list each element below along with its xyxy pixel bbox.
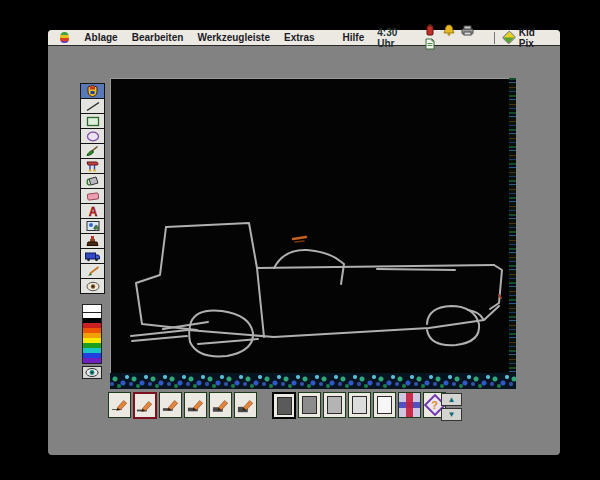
battery-icon[interactable] <box>423 24 436 36</box>
stamp-picture-tool[interactable] <box>80 218 105 234</box>
menu-bar: AblageBearbeitenWerkzeugleisteExtrasHilf… <box>48 30 560 46</box>
shade-button-0[interactable] <box>272 392 296 419</box>
color-pencil-tool[interactable] <box>80 263 105 279</box>
status-icons <box>420 24 490 52</box>
shade-swatch <box>377 396 392 414</box>
wacky-pencil-tool[interactable] <box>80 83 105 99</box>
electric-mixer-tool[interactable] <box>80 158 105 174</box>
shade-swatch <box>352 396 367 414</box>
pencil-icon <box>111 395 129 415</box>
shade-button-1[interactable] <box>298 392 321 418</box>
line-tool[interactable] <box>80 98 105 114</box>
shade-button-4[interactable] <box>373 392 396 418</box>
text-tool[interactable]: A <box>80 203 105 219</box>
menu-item-bearbeiten[interactable]: Bearbeiten <box>125 32 191 43</box>
bell-icon[interactable] <box>442 24 455 36</box>
color-swatches <box>82 313 102 364</box>
pencil-icon <box>212 395 230 415</box>
question-mark: ? <box>431 400 438 411</box>
color-picker-icon <box>85 368 99 377</box>
plaid-pattern-button[interactable] <box>398 392 421 418</box>
current-color-swatch <box>82 304 102 313</box>
shade-swatch <box>277 397 292 415</box>
apple-logo-icon[interactable] <box>60 32 69 43</box>
canvas-border-pattern-bottom <box>110 373 516 389</box>
desktop: AblageBearbeitenWerkzeugleisteExtrasHilf… <box>48 30 560 455</box>
option-scrollers: ▲ ▼ <box>441 393 462 423</box>
up-arrow-icon: ▲ <box>448 396 456 404</box>
pencil-size-button-2[interactable] <box>133 392 157 419</box>
rectangle-tool[interactable] <box>80 113 105 129</box>
options-bar: ? <box>108 392 448 420</box>
menu-bar-right: 4:30 Uhr Kid Pix <box>371 24 560 52</box>
pencil-size-button-3[interactable] <box>159 392 182 418</box>
shade-button-3[interactable] <box>348 392 371 418</box>
undo-guy-tool[interactable] <box>80 278 105 294</box>
menu-items: AblageBearbeitenWerkzeugleisteExtrasHilf… <box>77 32 371 43</box>
pencil-size-button-1[interactable] <box>108 392 131 418</box>
pencil-size-button-4[interactable] <box>184 392 207 418</box>
rubber-stamp-tool[interactable] <box>80 233 105 249</box>
menu-item-werkzeugleiste[interactable]: Werkzeugleiste <box>190 32 277 43</box>
pencil-size-button-5[interactable] <box>209 392 232 418</box>
shade-button-2[interactable] <box>323 392 346 418</box>
menu-clock: 4:30 Uhr <box>371 27 420 49</box>
color-picker-button[interactable] <box>82 366 102 379</box>
wacky-brush-tool[interactable] <box>80 143 105 159</box>
menu-item-hilfe[interactable]: Hilfe <box>336 32 372 43</box>
shade-swatch <box>327 396 342 414</box>
moving-van-tool[interactable] <box>80 248 105 264</box>
printer-icon[interactable] <box>461 24 474 36</box>
tool-palette: A <box>80 84 105 294</box>
shade-swatch <box>302 396 317 414</box>
menu-separator <box>494 32 495 44</box>
color-palette <box>82 304 102 379</box>
pencil-icon <box>187 395 205 415</box>
menu-item-extras[interactable]: Extras <box>277 32 322 43</box>
kid-pix-app-icon <box>502 30 516 44</box>
oval-tool[interactable] <box>80 128 105 144</box>
paint-can-tool[interactable] <box>80 173 105 189</box>
truck-drawing <box>111 79 509 373</box>
scroll-down-button[interactable]: ▼ <box>441 408 462 421</box>
color-swatch-9[interactable] <box>82 358 102 364</box>
menu-item-ablage[interactable]: Ablage <box>77 32 124 43</box>
svg-text:A: A <box>88 205 97 217</box>
app-name: Kid Pix <box>519 27 560 49</box>
eraser-tool[interactable] <box>80 188 105 204</box>
canvas-border-pattern-right <box>509 78 516 373</box>
pencil-icon <box>237 395 255 415</box>
scroll-up-button[interactable]: ▲ <box>441 393 462 406</box>
pencil-size-button-6[interactable] <box>234 392 257 418</box>
pencil-icon <box>162 395 180 415</box>
down-arrow-icon: ▼ <box>448 411 456 419</box>
document-icon[interactable] <box>423 38 436 50</box>
pencil-icon <box>136 396 154 416</box>
drawing-canvas[interactable] <box>110 78 509 373</box>
